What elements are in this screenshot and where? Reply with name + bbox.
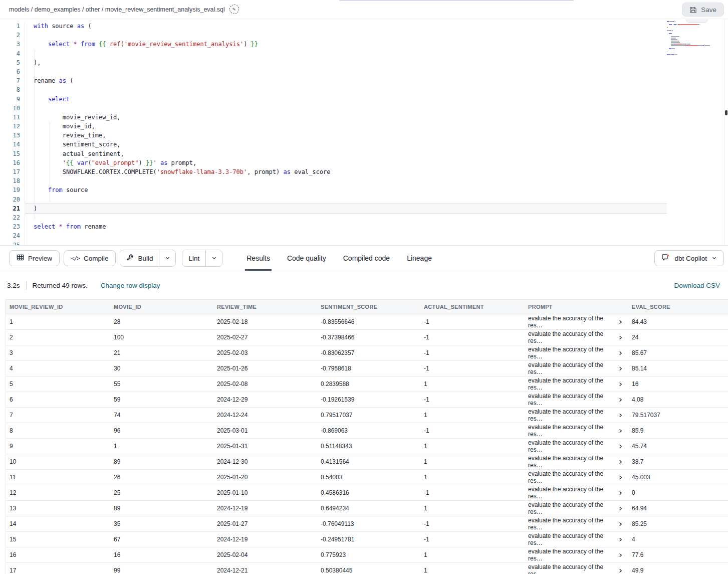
lint-button[interactable]: Lint <box>182 250 205 266</box>
lint-dropdown-button[interactable] <box>205 250 222 266</box>
expand-prompt-icon[interactable] <box>618 366 623 371</box>
table-row[interactable]: 1282025-02-18-0.83556646-1evaluate the a… <box>6 314 728 330</box>
line-number[interactable]: 15 <box>0 149 25 158</box>
table-row[interactable]: 13892024-12-190.64942341evaluate the acc… <box>6 501 728 516</box>
column-header-movie_id[interactable]: MOVIE_ID <box>105 300 208 314</box>
tab-lineage[interactable]: Lineage <box>407 246 432 271</box>
code-line[interactable]: 15 actual_sentiment, <box>0 149 728 158</box>
code-line[interactable]: 1with source as ( <box>0 22 728 31</box>
table-row[interactable]: 21002025-02-27-0.37398466-1evaluate the … <box>6 330 728 345</box>
table-row[interactable]: 6592024-12-29-0.19261539-1evaluate the a… <box>6 392 728 408</box>
breadcrumb[interactable]: models / demo_examples / other / movie_r… <box>9 6 225 13</box>
code-line[interactable]: 18 <box>0 176 728 185</box>
line-number[interactable]: 9 <box>0 95 25 104</box>
code-line[interactable]: 11 movie_review_id, <box>0 113 728 122</box>
line-number[interactable]: 16 <box>0 158 25 167</box>
line-number[interactable]: 13 <box>0 131 25 140</box>
table-row[interactable]: 17992024-12-210.503804451evaluate the ac… <box>6 563 728 574</box>
table-row[interactable]: 14352025-01-27-0.76049113-1evaluate the … <box>6 516 728 532</box>
line-number[interactable]: 14 <box>0 140 25 149</box>
code-line[interactable]: 9 select <box>0 95 728 104</box>
line-number[interactable]: 7 <box>0 76 25 85</box>
line-number[interactable]: 20 <box>0 195 25 204</box>
line-number[interactable]: 8 <box>0 85 25 94</box>
code-line[interactable]: 14 sentiment_score, <box>0 140 728 149</box>
line-number[interactable]: 22 <box>0 213 25 222</box>
code-line[interactable]: 22 <box>0 213 728 222</box>
table-row[interactable]: 16162025-02-040.7759231evaluate the accu… <box>6 547 728 563</box>
line-number[interactable]: 19 <box>0 185 25 195</box>
code-line[interactable]: 6 <box>0 67 728 76</box>
expand-prompt-icon[interactable] <box>618 537 623 542</box>
line-number[interactable]: 6 <box>0 67 25 76</box>
code-line[interactable]: 16 '{{ var("eval_prompt") }}' as prompt, <box>0 158 728 167</box>
column-header-sentiment_score[interactable]: SENTIMENT_SCORE <box>312 300 415 314</box>
expand-prompt-icon[interactable] <box>618 398 623 402</box>
code-line[interactable]: 2 <box>0 31 728 40</box>
code-line[interactable]: 17 SNOWFLAKE.CORTEX.COMPLETE('snowflake-… <box>0 167 728 176</box>
column-header-actual_sentiment[interactable]: ACTUAL_SENTIMENT <box>415 300 519 314</box>
tab-code-quality[interactable]: Code quality <box>287 246 326 271</box>
tab-results[interactable]: Results <box>247 246 270 271</box>
code-line[interactable]: 13 review_time, <box>0 131 728 140</box>
code-line[interactable]: 7rename as ( <box>0 76 728 85</box>
code-line[interactable]: 12 movie_id, <box>0 122 728 131</box>
line-number[interactable]: 18 <box>0 176 25 185</box>
code-line[interactable]: 23select * from rename <box>0 222 728 231</box>
code-line[interactable]: 8 <box>0 85 728 94</box>
save-button[interactable]: Save <box>682 3 724 17</box>
code-line[interactable]: 3 select * from {{ ref('movie_review_sen… <box>0 40 728 49</box>
column-header-eval_score[interactable]: EVAL_SCORE <box>623 300 728 314</box>
expand-prompt-icon[interactable] <box>618 491 623 495</box>
line-number[interactable]: 2 <box>0 31 25 40</box>
preview-button[interactable]: Preview <box>9 250 60 266</box>
download-csv-link[interactable]: Download CSV <box>674 282 721 289</box>
line-number[interactable]: 1 <box>0 22 25 31</box>
column-header-movie_review_id[interactable]: MOVIE_REVIEW_ID <box>6 300 105 314</box>
code-line[interactable]: 10 <box>0 104 728 113</box>
table-row[interactable]: 11262025-01-200.540031evaluate the accur… <box>6 470 728 485</box>
table-row[interactable]: 912025-01-310.511483431evaluate the accu… <box>6 439 728 454</box>
code-line[interactable]: 25 <box>0 241 728 246</box>
table-row[interactable]: 3212025-02-03-0.83062357-1evaluate the a… <box>6 345 728 361</box>
compile-button[interactable]: </> Compile <box>64 250 116 266</box>
scrollbar-thumb[interactable] <box>725 110 727 115</box>
code-line[interactable]: 4 <box>0 49 728 58</box>
table-row[interactable]: 8962025-03-01-0.869063-1evaluate the acc… <box>6 423 728 439</box>
minimap[interactable] <box>667 21 723 58</box>
dbt-copilot-button[interactable]: dbt Copilot <box>654 250 724 266</box>
table-row[interactable]: 10892024-12-300.41315641evaluate the acc… <box>6 454 728 470</box>
line-number[interactable]: 12 <box>0 122 25 131</box>
line-number[interactable]: 24 <box>0 231 25 240</box>
code-line[interactable]: 21) <box>0 204 728 213</box>
table-row[interactable]: 15672024-12-19-0.24951781-1evaluate the … <box>6 532 728 547</box>
line-number[interactable]: 5 <box>0 58 25 67</box>
code-line[interactable]: 19 from source <box>0 185 728 195</box>
table-row[interactable]: 5552025-02-080.28395881evaluate the accu… <box>6 376 728 392</box>
build-dropdown-button[interactable] <box>159 250 175 266</box>
expand-prompt-icon[interactable] <box>618 522 623 526</box>
line-number[interactable]: 21 <box>0 204 25 213</box>
editor-scrollbar[interactable] <box>724 19 727 245</box>
table-row[interactable]: 7742024-12-240.795170371evaluate the acc… <box>6 408 728 423</box>
line-number[interactable]: 11 <box>0 113 25 122</box>
column-header-review_time[interactable]: REVIEW_TIME <box>208 300 312 314</box>
expand-prompt-icon[interactable] <box>618 568 623 573</box>
build-button[interactable]: Build <box>120 250 159 266</box>
change-row-display-link[interactable]: Change row display <box>101 282 160 289</box>
code-line[interactable]: 5), <box>0 58 728 67</box>
table-row[interactable]: 4302025-01-26-0.7958618-1evaluate the ac… <box>6 361 728 376</box>
line-number[interactable]: 17 <box>0 167 25 176</box>
line-number[interactable]: 3 <box>0 40 25 49</box>
expand-prompt-icon[interactable] <box>618 382 623 387</box>
column-header-prompt[interactable]: PROMPT <box>519 300 623 314</box>
expand-prompt-icon[interactable] <box>618 460 623 464</box>
expand-prompt-icon[interactable] <box>618 413 623 418</box>
expand-prompt-icon[interactable] <box>618 335 623 340</box>
expand-prompt-icon[interactable] <box>618 320 623 324</box>
code-line[interactable]: 24 <box>0 231 728 240</box>
line-number[interactable]: 23 <box>0 222 25 231</box>
expand-prompt-icon[interactable] <box>618 444 623 449</box>
expand-prompt-icon[interactable] <box>618 475 623 480</box>
expand-prompt-icon[interactable] <box>618 351 623 355</box>
